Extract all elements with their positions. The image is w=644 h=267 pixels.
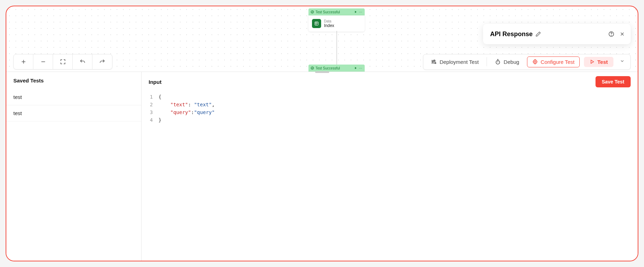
code-token: , xyxy=(212,102,215,107)
line-number: 1 xyxy=(142,93,153,101)
line-number: 4 xyxy=(142,116,153,124)
deployment-test-label: Deployment Test xyxy=(440,59,479,65)
app-frame: Test Successful ⋯ Data Index xyxy=(6,6,638,261)
code-token: "text" xyxy=(194,102,212,107)
play-icon xyxy=(590,59,594,64)
data-icon xyxy=(312,19,321,28)
test-label: Test xyxy=(597,59,608,65)
fullscreen-button[interactable] xyxy=(53,54,73,69)
code-token: : xyxy=(188,102,194,107)
check-circle-icon xyxy=(311,10,314,14)
canvas-tool-group xyxy=(13,54,112,69)
input-header: Input Save Test xyxy=(142,72,638,92)
api-response-panel[interactable]: API Response xyxy=(483,24,631,44)
code-token: { xyxy=(158,94,161,100)
line-number: 3 xyxy=(142,108,153,116)
help-icon[interactable] xyxy=(608,31,614,37)
run-toolbar: Deployment Test Debug Configure Test Tes xyxy=(423,54,631,70)
saved-test-item[interactable]: test xyxy=(6,89,141,105)
api-response-title: API Response xyxy=(490,31,533,38)
test-dropdown-button[interactable] xyxy=(618,56,627,67)
sliders-icon xyxy=(430,59,437,65)
close-icon[interactable] xyxy=(619,31,625,37)
canvas-toolbar: Deployment Test Debug Configure Test Tes xyxy=(13,52,631,72)
node-status-text: Test Successful xyxy=(316,10,340,14)
node-title: Index xyxy=(324,23,334,28)
save-test-button[interactable]: Save Test xyxy=(596,76,631,87)
debug-label: Debug xyxy=(504,59,519,65)
test-panel: Saved Tests test test Input Save Test 1 … xyxy=(6,72,638,261)
code-token: "text" xyxy=(170,102,188,107)
node-status-bar: Test Successful ⋯ xyxy=(308,8,365,15)
debug-button[interactable]: Debug xyxy=(491,56,523,67)
input-panel: Input Save Test 1 2 3 4 { "text": "text"… xyxy=(142,72,638,261)
redo-button[interactable] xyxy=(92,54,112,69)
code-token: "query" xyxy=(170,109,191,115)
node-body[interactable]: Data Index xyxy=(308,15,365,32)
undo-button[interactable] xyxy=(73,54,92,69)
stopwatch-icon xyxy=(495,59,501,65)
input-heading: Input xyxy=(149,79,162,85)
workflow-node-index[interactable]: Test Successful ⋯ Data Index xyxy=(308,8,365,32)
more-icon[interactable]: ⋯ xyxy=(359,10,363,14)
saved-tests-heading: Saved Tests xyxy=(6,72,141,89)
svg-rect-1 xyxy=(315,22,318,25)
edit-icon[interactable] xyxy=(535,31,541,37)
remove-button[interactable] xyxy=(33,54,53,69)
line-gutter: 1 2 3 4 xyxy=(142,93,158,124)
code-token: } xyxy=(158,117,161,123)
code-content[interactable]: { "text": "text", "query":"query"} xyxy=(158,93,638,124)
gear-icon xyxy=(532,59,538,65)
svg-point-9 xyxy=(534,61,536,62)
node-subtitle: Data xyxy=(324,19,334,23)
test-button[interactable]: Test xyxy=(584,57,613,67)
line-number: 2 xyxy=(142,101,153,108)
play-icon[interactable] xyxy=(354,10,357,14)
svg-point-5 xyxy=(434,60,435,61)
add-button[interactable] xyxy=(14,54,33,69)
saved-test-item[interactable]: test xyxy=(6,105,141,121)
deployment-test-button[interactable]: Deployment Test xyxy=(427,56,482,67)
svg-point-6 xyxy=(432,61,433,62)
svg-point-4 xyxy=(611,35,612,35)
toolbar-divider xyxy=(487,57,487,66)
saved-tests-sidebar: Saved Tests test test xyxy=(6,72,142,261)
code-token: "query" xyxy=(194,109,215,115)
configure-test-button[interactable]: Configure Test xyxy=(527,56,580,67)
configure-test-label: Configure Test xyxy=(541,59,574,65)
svg-point-7 xyxy=(435,62,436,64)
code-token: : xyxy=(191,109,194,115)
code-editor[interactable]: 1 2 3 4 { "text": "text", "query":"query… xyxy=(142,92,638,124)
